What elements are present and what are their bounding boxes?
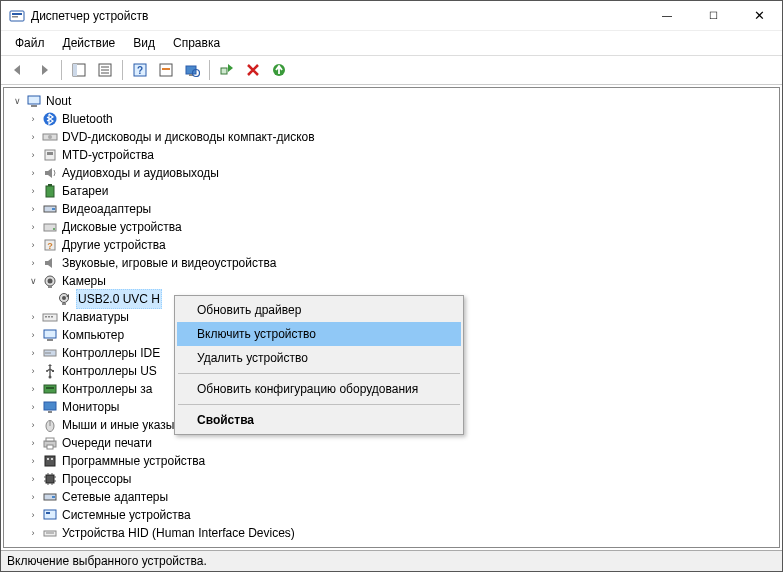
- expander-icon[interactable]: ›: [26, 508, 40, 522]
- svg-rect-53: [46, 387, 54, 389]
- svg-rect-75: [44, 510, 56, 519]
- svg-rect-64: [46, 475, 54, 483]
- keyboard-icon: [42, 309, 58, 325]
- menubar: Файл Действие Вид Справка: [1, 31, 782, 56]
- expander-icon[interactable]: ›: [26, 490, 40, 504]
- expander-icon[interactable]: ∨: [10, 94, 24, 108]
- ide-icon: [42, 345, 58, 361]
- expander-icon[interactable]: ›: [26, 472, 40, 486]
- action-button[interactable]: [154, 58, 178, 82]
- svg-rect-43: [44, 330, 56, 338]
- tree-label: Системные устройства: [62, 506, 191, 524]
- tree-node-mtd[interactable]: › MTD-устройства: [6, 146, 777, 164]
- statusbar: Включение выбранного устройства.: [1, 550, 782, 571]
- scan-hardware-button[interactable]: [180, 58, 204, 82]
- tree-node-battery[interactable]: › Батареи: [6, 182, 777, 200]
- svg-rect-12: [162, 68, 170, 70]
- svg-rect-76: [46, 512, 50, 514]
- expander-icon[interactable]: ›: [26, 364, 40, 378]
- tree-node-other[interactable]: › ? Другие устройства: [6, 236, 777, 254]
- tree-node-audio[interactable]: › Аудиовходы и аудиовыходы: [6, 164, 777, 182]
- ctx-remove-device[interactable]: Удалить устройство: [177, 346, 461, 370]
- expander-icon[interactable]: ›: [26, 346, 40, 360]
- expander-icon[interactable]: ›: [26, 418, 40, 432]
- forward-button[interactable]: [32, 58, 56, 82]
- expander-icon[interactable]: ›: [26, 112, 40, 126]
- svg-rect-38: [62, 303, 66, 305]
- tree-label: DVD-дисководы и дисководы компакт-дисков: [62, 128, 315, 146]
- battery-icon: [42, 183, 58, 199]
- expander-icon[interactable]: ›: [26, 202, 40, 216]
- expander-icon[interactable]: ›: [26, 454, 40, 468]
- close-button[interactable]: ✕: [736, 1, 782, 31]
- expander-icon[interactable]: ›: [26, 220, 40, 234]
- svg-rect-40: [45, 316, 47, 318]
- tree-node-disk[interactable]: › Дисковые устройства: [6, 218, 777, 236]
- tree-node-cpu[interactable]: › Процессоры: [6, 470, 777, 488]
- expander-icon[interactable]: ›: [26, 130, 40, 144]
- update-driver-button[interactable]: [267, 58, 291, 82]
- back-button[interactable]: [6, 58, 30, 82]
- svg-point-34: [48, 279, 53, 284]
- expander-icon[interactable]: ›: [26, 328, 40, 342]
- tree-label: Очереди печати: [62, 434, 152, 452]
- context-menu: Обновить драйвер Включить устройство Уда…: [174, 295, 464, 435]
- tree-label: Сетевые адаптеры: [62, 488, 168, 506]
- expander-icon[interactable]: ∨: [26, 274, 40, 288]
- expander-icon[interactable]: ›: [26, 184, 40, 198]
- help-button[interactable]: ?: [128, 58, 152, 82]
- svg-text:?: ?: [47, 241, 53, 251]
- expander-icon[interactable]: ›: [26, 166, 40, 180]
- svg-rect-4: [73, 64, 77, 76]
- tree-node-print[interactable]: › Очереди печати: [6, 434, 777, 452]
- tree-node-sound[interactable]: › Звуковые, игровые и видеоустройства: [6, 254, 777, 272]
- tree-node-software[interactable]: › Программные устройства: [6, 452, 777, 470]
- device-tree-panel: ∨ Nout › Bluetooth › DVD-дисководы и дис…: [3, 87, 780, 548]
- svg-point-63: [51, 458, 53, 460]
- window-title: Диспетчер устройств: [31, 9, 644, 23]
- menu-file[interactable]: Файл: [7, 33, 53, 53]
- expander-icon[interactable]: ›: [26, 148, 40, 162]
- menu-action[interactable]: Действие: [55, 33, 124, 53]
- ctx-scan-hardware[interactable]: Обновить конфигурацию оборудования: [177, 377, 461, 401]
- tree-root[interactable]: ∨ Nout: [6, 92, 777, 110]
- tree-node-camera[interactable]: ∨ Камеры: [6, 272, 777, 290]
- ctx-properties[interactable]: Свойства: [177, 408, 461, 432]
- tree-node-dvd[interactable]: › DVD-дисководы и дисководы компакт-диск…: [6, 128, 777, 146]
- menu-view[interactable]: Вид: [125, 33, 163, 53]
- tree-label: Батареи: [62, 182, 108, 200]
- tree-label: Клавиатуры: [62, 308, 129, 326]
- tree-node-system[interactable]: › Системные устройства: [6, 506, 777, 524]
- svg-point-30: [53, 228, 55, 230]
- tree-label: Мониторы: [62, 398, 119, 416]
- menu-help[interactable]: Справка: [165, 33, 228, 53]
- show-hide-button[interactable]: [67, 58, 91, 82]
- tree-node-video[interactable]: › Видеоадаптеры: [6, 200, 777, 218]
- minimize-button[interactable]: —: [644, 1, 690, 31]
- maximize-button[interactable]: ☐: [690, 1, 736, 31]
- expander-icon[interactable]: ›: [26, 238, 40, 252]
- expander-icon[interactable]: ›: [26, 526, 40, 540]
- svg-point-49: [49, 376, 52, 379]
- tree-node-network[interactable]: › Сетевые адаптеры: [6, 488, 777, 506]
- cpu-icon: [42, 471, 58, 487]
- computer-icon: [26, 93, 42, 109]
- ctx-update-driver[interactable]: Обновить драйвер: [177, 298, 461, 322]
- expander-icon[interactable]: ›: [26, 256, 40, 270]
- expander-icon[interactable]: ›: [26, 400, 40, 414]
- svg-rect-35: [48, 286, 52, 288]
- svg-rect-18: [28, 96, 40, 104]
- tree-node-bluetooth[interactable]: › Bluetooth: [6, 110, 777, 128]
- svg-point-50: [46, 370, 48, 372]
- expander-icon[interactable]: ›: [26, 436, 40, 450]
- ctx-enable-device[interactable]: Включить устройство: [177, 322, 461, 346]
- tree-node-hid[interactable]: › Устройства HID (Human Interface Device…: [6, 524, 777, 542]
- properties-button[interactable]: [93, 58, 117, 82]
- expander-icon[interactable]: ›: [26, 310, 40, 324]
- camera-device-icon: [56, 291, 72, 307]
- storage-icon: [42, 381, 58, 397]
- expander-icon[interactable]: ›: [26, 382, 40, 396]
- enable-device-button[interactable]: [215, 58, 239, 82]
- svg-rect-61: [45, 456, 55, 466]
- disable-device-button[interactable]: [241, 58, 265, 82]
